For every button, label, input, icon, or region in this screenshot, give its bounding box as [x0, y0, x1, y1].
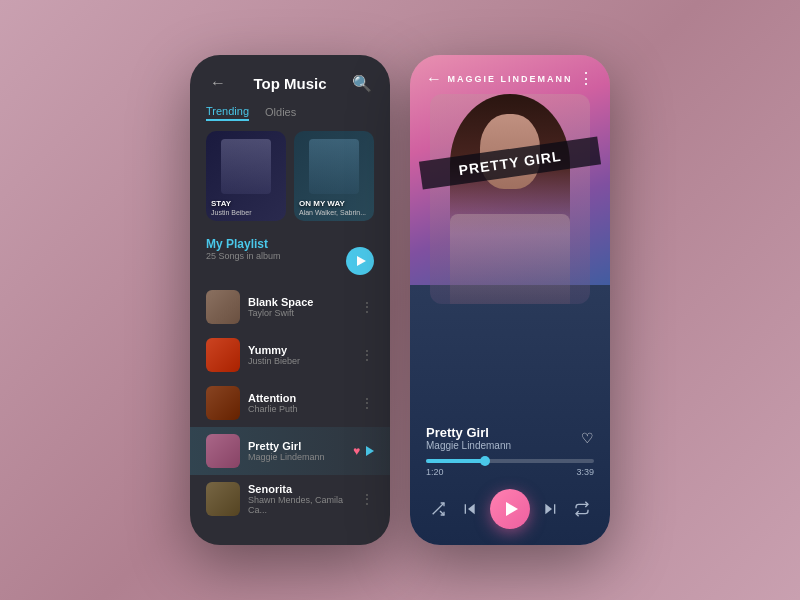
player-controls-area: Pretty Girl Maggie Lindemann ♡ 1:20 3:39	[410, 415, 610, 545]
now-playing-row: Pretty Girl Maggie Lindemann ♡	[426, 425, 594, 451]
song-actions-pretty-girl: ♥	[353, 444, 374, 458]
song-item-yummy[interactable]: Yummy Justin Bieber ⋮	[190, 331, 390, 379]
now-playing-info: Pretty Girl Maggie Lindemann	[426, 425, 511, 451]
tab-trending[interactable]: Trending	[206, 103, 249, 121]
page-title: Top Music	[253, 75, 326, 92]
album-title-onmyway: ON MY WAY	[299, 199, 366, 209]
search-button[interactable]: 🔍	[350, 71, 374, 95]
play-arrow-pretty-girl[interactable]	[366, 446, 374, 456]
total-time: 3:39	[576, 467, 594, 477]
album-card-onmyway[interactable]: ON MY WAY Alan Walker, Sabrin...	[294, 131, 374, 221]
song-thumb-blank-space	[206, 290, 240, 324]
tabs-row: Trending Oldies	[190, 103, 390, 131]
song-name-senorita: Senorita	[248, 483, 352, 495]
play-triangle-icon	[357, 256, 366, 266]
player-top-bar: ← MAGGIE LINDEMANN ⋮	[410, 55, 610, 94]
album-artist-stay: Justin Beiber	[211, 209, 251, 216]
song-info-attention: Attention Charlie Puth	[248, 392, 352, 414]
song-thumb-pretty-girl	[206, 434, 240, 468]
song-info-yummy: Yummy Justin Bieber	[248, 344, 352, 366]
right-phone: ← MAGGIE LINDEMANN ⋮	[410, 55, 610, 545]
album-title-stay: STAY	[211, 199, 251, 209]
player-header-center: MAGGIE LINDEMANN	[448, 74, 573, 84]
controls-row	[426, 489, 594, 529]
song-thumb-senorita	[206, 482, 240, 516]
current-time: 1:20	[426, 467, 444, 477]
progress-bar[interactable]	[426, 459, 594, 463]
back-button[interactable]: ←	[206, 71, 230, 95]
album-artist-onmyway: Alan Walker, Sabrin...	[299, 209, 366, 216]
play-pause-button[interactable]	[490, 489, 530, 529]
heart-button[interactable]: ♡	[581, 430, 594, 446]
repeat-button[interactable]	[570, 497, 594, 521]
progress-handle[interactable]	[480, 456, 490, 466]
song-name-yummy: Yummy	[248, 344, 352, 356]
song-artist-yummy: Justin Bieber	[248, 356, 352, 366]
playlist-play-button[interactable]	[346, 247, 374, 275]
album-art-bg	[430, 94, 590, 304]
song-name-blank-space: Blank Space	[248, 296, 352, 308]
screens-container: ← Top Music 🔍 Trending Oldies STAY Justi…	[190, 55, 610, 545]
prev-button[interactable]	[458, 497, 482, 521]
playlist-section: My Playlist 25 Songs in album	[190, 233, 390, 283]
heart-icon-pretty-girl[interactable]: ♥	[353, 444, 360, 458]
song-info-senorita: Senorita Shawn Mendes, Camila Ca...	[248, 483, 352, 515]
artist-name-header: MAGGIE LINDEMANN	[448, 74, 573, 84]
left-header: ← Top Music 🔍	[190, 55, 390, 103]
more-menu-blank-space[interactable]: ⋮	[360, 299, 374, 315]
song-thumb-attention	[206, 386, 240, 420]
song-name-attention: Attention	[248, 392, 352, 404]
player-content: ← MAGGIE LINDEMANN ⋮	[410, 55, 610, 545]
player-back-button[interactable]: ←	[426, 70, 442, 88]
svg-marker-4	[545, 504, 552, 515]
np-song-title: Pretty Girl	[426, 425, 511, 440]
song-thumb-yummy	[206, 338, 240, 372]
album-card-stay[interactable]: STAY Justin Beiber	[206, 131, 286, 221]
song-item-attention[interactable]: Attention Charlie Puth ⋮	[190, 379, 390, 427]
song-item-blank-space[interactable]: Blank Space Taylor Swift ⋮	[190, 283, 390, 331]
progress-fill	[426, 459, 485, 463]
player-more-button[interactable]: ⋮	[578, 69, 594, 88]
np-artist-name: Maggie Lindemann	[426, 440, 511, 451]
more-menu-attention[interactable]: ⋮	[360, 395, 374, 411]
album-art: PRETTY GIRL	[430, 94, 590, 304]
song-info-blank-space: Blank Space Taylor Swift	[248, 296, 352, 318]
tab-oldies[interactable]: Oldies	[265, 104, 296, 120]
song-artist-attention: Charlie Puth	[248, 404, 352, 414]
time-row: 1:20 3:39	[426, 467, 594, 477]
song-item-pretty-girl[interactable]: Pretty Girl Maggie Lindemann ♥	[190, 427, 390, 475]
left-phone: ← Top Music 🔍 Trending Oldies STAY Justi…	[190, 55, 390, 545]
song-item-senorita[interactable]: Senorita Shawn Mendes, Camila Ca... ⋮	[190, 475, 390, 523]
body-decoration	[450, 214, 570, 304]
svg-marker-2	[468, 504, 475, 515]
play-icon	[506, 502, 518, 516]
song-info-pretty-girl: Pretty Girl Maggie Lindemann	[248, 440, 345, 462]
song-name-pretty-girl: Pretty Girl	[248, 440, 345, 452]
shuffle-button[interactable]	[426, 497, 450, 521]
song-list: Blank Space Taylor Swift ⋮ Yummy Justin …	[190, 283, 390, 545]
more-menu-yummy[interactable]: ⋮	[360, 347, 374, 363]
more-menu-senorita[interactable]: ⋮	[360, 491, 374, 507]
next-button[interactable]	[538, 497, 562, 521]
song-artist-blank-space: Taylor Swift	[248, 308, 352, 318]
album-art-area: PRETTY GIRL	[410, 94, 610, 415]
album-row: STAY Justin Beiber ON MY WAY Alan Walker…	[190, 131, 390, 233]
song-artist-senorita: Shawn Mendes, Camila Ca...	[248, 495, 352, 515]
song-artist-pretty-girl: Maggie Lindemann	[248, 452, 345, 462]
